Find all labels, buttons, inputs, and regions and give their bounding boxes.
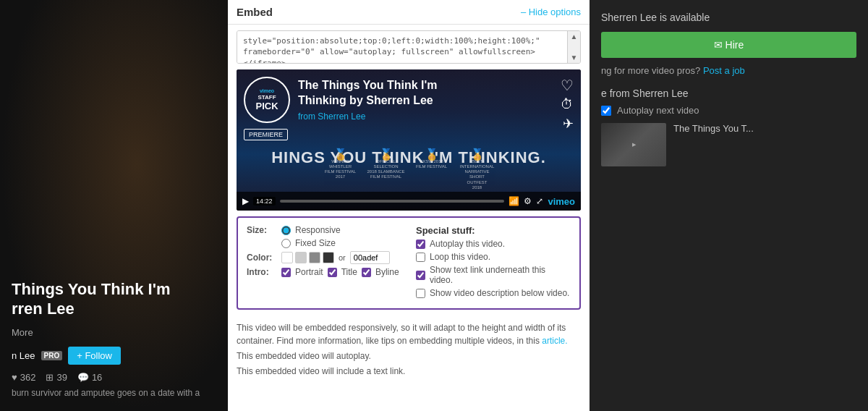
scroll-up-icon[interactable]: ▲ — [571, 33, 578, 41]
share-icon[interactable]: ✈ — [563, 116, 574, 132]
swatch-darkgray[interactable] — [309, 252, 320, 263]
bg-more-link[interactable]: More — [12, 327, 216, 338]
loop-checkbox[interactable] — [416, 253, 425, 262]
video-preview: vimeo STAFF PICK PREMIERE The Things You… — [237, 69, 581, 211]
desc-line1: This video will be embedded responsively… — [237, 321, 581, 347]
video-title-overlay: The Things You Think I'm Thinking by She… — [298, 78, 548, 109]
autoplay-next-checkbox[interactable] — [601, 106, 611, 116]
fixed-size-radio[interactable] — [281, 239, 291, 248]
show-text-link-checkbox[interactable] — [416, 271, 425, 280]
color-label: Color: — [247, 253, 277, 263]
video-thumbnail-preview: vimeo STAFF PICK PREMIERE The Things You… — [237, 69, 581, 211]
portrait-checkbox[interactable] — [281, 268, 291, 277]
options-right: Special stuff: Autoplay this video. Loop… — [416, 225, 571, 301]
color-hex-input[interactable] — [350, 251, 390, 264]
embed-scrollbar[interactable]: ▲ ▼ — [567, 31, 580, 63]
size-row: Size: Responsive — [247, 225, 401, 235]
show-text-link-row: Show text link underneath this video. — [416, 265, 571, 285]
staff-pick-badge: vimeo STAFF PICK — [244, 77, 290, 123]
responsive-radio[interactable] — [281, 226, 291, 235]
award-whistler: 🏅 WINNERWHISTLERFILM FESTIVAL2017 — [320, 149, 360, 190]
article-link[interactable]: article. — [542, 336, 567, 346]
heart-icon[interactable]: ♡ — [561, 77, 574, 94]
options-left: Size: Responsive Fixed Size Color: — [247, 225, 401, 301]
embed-title: Embed — [237, 6, 273, 18]
desc-line3: This embedded video will autoplay. — [237, 349, 581, 363]
comment-icon: 💬 — [77, 372, 89, 383]
heart-icon: ♥ — [12, 372, 17, 383]
swatch-dark[interactable] — [323, 252, 334, 263]
show-description-label: Show video description below video. — [430, 288, 569, 298]
scroll-down-icon[interactable]: ▼ — [571, 54, 578, 62]
play-button[interactable]: ▶ — [242, 196, 249, 206]
time-display: 14:22 — [253, 197, 276, 206]
award-outfest: 🏅 BEST INTERNATIONALNARRATIVE SHORTOUTFE… — [457, 149, 497, 190]
show-description-checkbox[interactable] — [416, 289, 425, 298]
special-stuff-title: Special stuff: — [416, 225, 571, 236]
fixed-size-label: Fixed Size — [295, 238, 336, 248]
show-description-row: Show video description below video. — [416, 288, 571, 298]
autoplay-checkbox[interactable] — [416, 240, 425, 249]
swatch-white[interactable] — [281, 252, 293, 263]
video-controls: ▶ 14:22 📶 ⚙ ⤢ vimeo — [237, 192, 581, 211]
bg-description: burn survivor and amputee goes on a date… — [12, 387, 216, 399]
award-sxsw: 🏅 SXSW 2018FILM FESTIVAL — [412, 149, 451, 190]
hide-options-button[interactable]: – Hide options — [521, 7, 581, 17]
pro-badge: PRO — [41, 351, 63, 360]
intro-label: Intro: — [247, 267, 277, 277]
loop-row: Loop this video. — [416, 252, 571, 262]
embed-code-textarea[interactable]: style="position:absolute;top:0;left:0;wi… — [237, 31, 567, 63]
progress-bar[interactable] — [280, 200, 505, 203]
available-text: Sherren Lee is available — [601, 12, 856, 23]
swatch-gray[interactable] — [295, 252, 307, 263]
layers-stat: ⊞ 39 — [46, 372, 67, 383]
awards-row: 🏅 WINNERWHISTLERFILM FESTIVAL2017 🏅 OFFI… — [237, 149, 581, 190]
bg-video-title: Things You Think I'm rren Lee — [12, 280, 216, 318]
bg-author-name: n Lee — [12, 350, 35, 361]
vimeo-logo: vimeo — [548, 196, 575, 207]
volume-icon[interactable]: 📶 — [509, 196, 519, 206]
show-text-link-label: Show text link underneath this video. — [430, 265, 571, 285]
thumb-video-title: The Things You T... — [673, 123, 754, 134]
autoplay-next-label: Autoplay next video — [617, 105, 699, 116]
video-from-label: from Sherren Lee — [298, 111, 365, 122]
byline-label: Byline — [375, 267, 399, 277]
post-job-text: ng for more video pros? Post a job — [601, 65, 856, 76]
fullscreen-icon[interactable]: ⤢ — [536, 196, 543, 206]
options-panel: Size: Responsive Fixed Size Color: — [237, 216, 581, 310]
vimeo-label: vimeo — [260, 88, 274, 94]
settings-icon[interactable]: ⚙ — [524, 196, 532, 206]
comments-stat: 💬 16 — [77, 372, 102, 383]
likes-stat: ♥ 362 — [12, 372, 35, 383]
color-or: or — [339, 253, 346, 262]
size-label: Size: — [247, 225, 277, 235]
intro-row: Intro: Portrait Title Byline — [247, 267, 401, 277]
background-right: Sherren Lee is available ✉ Hire ng for m… — [590, 0, 868, 411]
color-swatches — [281, 252, 334, 263]
embed-description: This video will be embedded responsively… — [228, 315, 590, 389]
premiere-badge: PREMIERE — [244, 129, 288, 140]
layers-icon: ⊞ — [46, 372, 54, 383]
title-check-label: Title — [341, 267, 357, 277]
byline-checkbox[interactable] — [362, 268, 371, 277]
follow-button[interactable]: + Follow — [68, 347, 121, 365]
color-row: Color: or — [247, 251, 401, 264]
embed-header: Embed – Hide options — [228, 0, 590, 25]
autoplay-row: Autoplay this video. — [416, 239, 571, 249]
video-thumbnail[interactable]: ▶ — [601, 123, 666, 166]
watch-later-icon[interactable]: ⏱ — [561, 97, 574, 112]
embed-panel: Embed – Hide options style="position:abs… — [228, 0, 590, 411]
loop-label: Loop this video. — [430, 252, 490, 262]
embed-code-area: style="position:absolute;top:0;left:0;wi… — [237, 30, 581, 64]
hire-button[interactable]: ✉ Hire — [601, 32, 856, 58]
background-left: Things You Think I'm rren Lee More n Lee… — [0, 0, 228, 411]
more-from-title: e from Sherren Lee — [601, 88, 856, 99]
fixed-size-row: Fixed Size — [281, 238, 401, 248]
award-slambance: 🏅 OFFICIAL SELECTION2018 SLAMBANCEFILM F… — [366, 149, 406, 190]
autoplay-label: Autoplay this video. — [430, 239, 505, 249]
responsive-label: Responsive — [295, 225, 341, 235]
title-checkbox[interactable] — [328, 268, 337, 277]
desc-line4: This embedded video will include a text … — [237, 365, 581, 378]
post-job-link[interactable]: Post a job — [703, 65, 745, 76]
portrait-label: Portrait — [295, 267, 323, 277]
